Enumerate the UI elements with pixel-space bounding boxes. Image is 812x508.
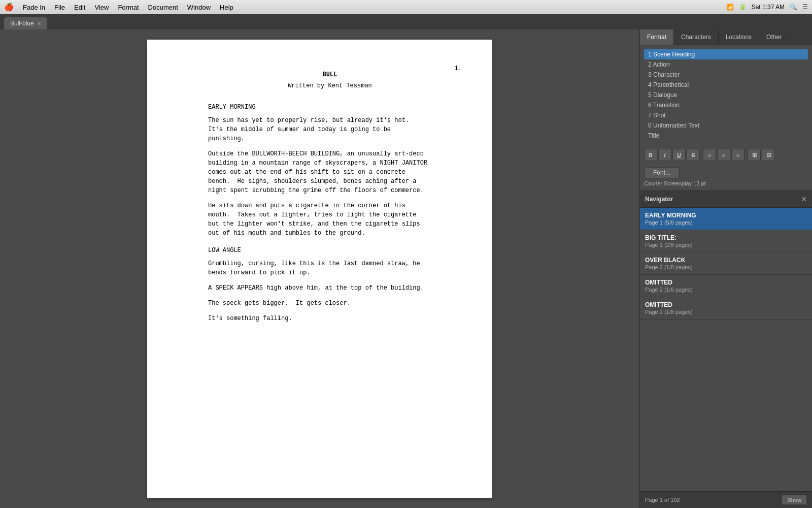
layout-buttons: ⊞ ⊟ xyxy=(748,149,775,161)
text-style-buttons: B I U S xyxy=(644,149,700,161)
list-icon[interactable]: ☰ xyxy=(802,4,808,11)
script-action[interactable]: Grumbling, cursing, like this is the las… xyxy=(208,259,452,277)
script-shot[interactable]: EARLY MORNING xyxy=(208,103,452,112)
navigator-list-item[interactable]: OMITTED Page 2 (1/8 pages) xyxy=(640,297,812,320)
font-button[interactable]: Font... xyxy=(644,167,680,178)
search-icon[interactable]: 🔍 xyxy=(790,4,797,11)
tab-bar: Bull-blue ✕ xyxy=(0,14,812,29)
tab-characters[interactable]: Characters xyxy=(674,29,719,45)
nav-item-sub: Page 2 (1/8 pages) xyxy=(645,264,807,270)
menu-bar: 🍎 Fade In File Edit View Format Document… xyxy=(0,0,812,14)
nav-item-title: OMITTED xyxy=(645,279,807,286)
nav-item-title: EARLY MORNING xyxy=(645,212,807,219)
menu-help[interactable]: Help xyxy=(216,3,238,12)
align-buttons: ≡ ≡ ≡ xyxy=(703,149,745,161)
script-body[interactable]: EARLY MORNINGThe sun has yet to properly… xyxy=(208,103,452,323)
script-page: 1. BULL Written by Kent Tessman EARLY MO… xyxy=(147,40,492,498)
menu-right-items: 📶 🔋 Sat 1:37 AM 🔍 ☰ xyxy=(726,4,808,11)
menu-edit[interactable]: Edit xyxy=(70,3,89,12)
script-action[interactable]: A SPECK APPEARS high above him, at the t… xyxy=(208,283,452,293)
underline-button[interactable]: U xyxy=(672,149,686,161)
bold-button[interactable]: B xyxy=(644,149,657,161)
tab-other[interactable]: Other xyxy=(759,29,789,45)
format-panel: Format Characters Locations Other 1 Scen… xyxy=(640,29,812,191)
time-display: Sat 1:37 AM xyxy=(752,4,785,11)
italic-button[interactable]: I xyxy=(658,149,671,161)
navigator-footer: Page 1 of 102 Show xyxy=(640,491,812,508)
tab-label: Bull-blue xyxy=(10,20,34,27)
script-action[interactable]: Outside the BULLWORTH-BEECH BUILDING, an… xyxy=(208,149,452,195)
tab-close-button[interactable]: ✕ xyxy=(37,21,41,26)
align-right-button[interactable]: ≡ xyxy=(731,149,745,161)
format-list-item[interactable]: 7 Shot xyxy=(644,110,808,120)
tab-locations[interactable]: Locations xyxy=(719,29,759,45)
format-list-item[interactable]: 3 Character xyxy=(644,70,808,80)
page-number: 1. xyxy=(455,65,462,72)
tab-format[interactable]: Format xyxy=(640,29,674,45)
outdent-button[interactable]: ⊟ xyxy=(762,149,775,161)
nav-item-title: BIG TITLE: xyxy=(645,234,807,241)
navigator-header: Navigator ✕ xyxy=(640,191,812,208)
navigator-list-item[interactable]: OMITTED Page 2 (1/8 pages) xyxy=(640,275,812,297)
script-shot[interactable]: LOW ANGLE xyxy=(208,246,452,255)
nav-item-sub: Page 1 (5/8 pages) xyxy=(645,219,807,226)
menu-fadein[interactable]: Fade In xyxy=(19,3,49,12)
script-action[interactable]: The speck gets bigger. It gets closer. xyxy=(208,299,452,308)
nav-item-title: OVER BLACK xyxy=(645,257,807,264)
font-row: Font... Courier Screenplay 12 pt xyxy=(640,165,812,190)
format-list-item[interactable]: 2 Action xyxy=(644,59,808,70)
tab-bull-blue[interactable]: Bull-blue ✕ xyxy=(4,17,47,29)
navigator-list: EARLY MORNING Page 1 (5/8 pages) BIG TIT… xyxy=(640,208,812,491)
right-panel: Format Characters Locations Other 1 Scen… xyxy=(639,29,812,508)
navigator-list-item[interactable]: BIG TITLE: Page 1 (2/8 pages) xyxy=(640,230,812,252)
wifi-icon: 📶 xyxy=(726,4,734,11)
panel-tabs: Format Characters Locations Other xyxy=(640,29,812,45)
menu-format[interactable]: Format xyxy=(114,3,143,12)
menu-window[interactable]: Window xyxy=(183,3,215,12)
script-title: BULL xyxy=(208,70,452,79)
navigator-title: Navigator xyxy=(645,196,673,203)
font-info: Courier Screenplay 12 pt xyxy=(644,180,808,186)
format-list: 1 Scene Heading2 Action3 Character4 Pare… xyxy=(640,45,812,145)
format-list-item[interactable]: 5 Dialogue xyxy=(644,90,808,100)
align-left-button[interactable]: ≡ xyxy=(703,149,716,161)
navigator-panel: Navigator ✕ EARLY MORNING Page 1 (5/8 pa… xyxy=(640,191,812,508)
align-center-button[interactable]: ≡ xyxy=(717,149,730,161)
nav-page-info: Page 1 of 102 xyxy=(645,497,680,503)
menu-file[interactable]: File xyxy=(50,3,69,12)
navigator-close-button[interactable]: ✕ xyxy=(801,195,807,203)
format-list-item[interactable]: 0 Unformatted Text xyxy=(644,120,808,131)
format-toolbar: B I U S ≡ ≡ ≡ ⊞ ⊟ xyxy=(640,145,812,165)
script-byline: Written by Kent Tessman xyxy=(208,81,452,90)
navigator-list-item[interactable]: EARLY MORNING Page 1 (5/8 pages) xyxy=(640,208,812,230)
nav-show-button[interactable]: Show xyxy=(782,495,807,505)
nav-item-sub: Page 2 (1/8 pages) xyxy=(645,287,807,293)
script-content: BULL Written by Kent Tessman EARLY MORNI… xyxy=(208,70,452,323)
nav-item-sub: Page 2 (1/8 pages) xyxy=(645,309,807,315)
menu-document[interactable]: Document xyxy=(144,3,182,12)
script-action[interactable]: The sun has yet to properly rise, but al… xyxy=(208,116,452,143)
format-list-item[interactable]: 4 Parenthetical xyxy=(644,80,808,90)
nav-item-sub: Page 1 (2/8 pages) xyxy=(645,242,807,248)
strikethrough-button[interactable]: S xyxy=(687,149,700,161)
script-scroll[interactable]: 1. BULL Written by Kent Tessman EARLY MO… xyxy=(0,29,639,508)
script-editor-area: 1. BULL Written by Kent Tessman EARLY MO… xyxy=(0,29,639,508)
format-list-item[interactable]: Title xyxy=(644,131,808,141)
format-list-item[interactable]: 6 Transition xyxy=(644,100,808,110)
nav-item-title: OMITTED xyxy=(645,301,807,308)
indent-button[interactable]: ⊞ xyxy=(748,149,761,161)
battery-icon: 🔋 xyxy=(739,4,747,11)
script-action[interactable]: It's something falling. xyxy=(208,314,452,323)
format-list-item[interactable]: 1 Scene Heading xyxy=(644,49,808,59)
apple-logo-icon: 🍎 xyxy=(4,3,14,12)
navigator-list-item[interactable]: OVER BLACK Page 2 (1/8 pages) xyxy=(640,252,812,275)
main-area: 1. BULL Written by Kent Tessman EARLY MO… xyxy=(0,29,812,508)
script-action[interactable]: He sits down and puts a cigarette in the… xyxy=(208,201,452,238)
menu-view[interactable]: View xyxy=(90,3,113,12)
